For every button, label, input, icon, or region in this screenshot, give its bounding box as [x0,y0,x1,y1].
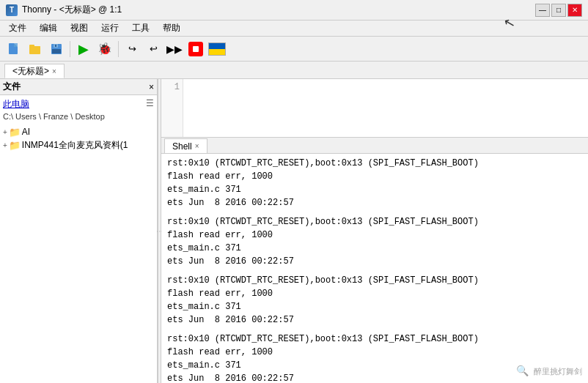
shell-line-2-0: rst:0x10 (RTCWDT_RTC_RESET),boot:0x13 (S… [167,274,582,287]
shell-line-1-0: rst:0x10 (RTCWDT_RTC_RESET),boot:0x13 (S… [167,215,582,228]
debug-button[interactable]: 🐞 [95,40,114,59]
shell-line-0-3: ets Jun 8 2016 00:22:57 [167,196,582,209]
step-into-button[interactable]: ↩ [144,40,163,59]
ukraine-flag-icon [208,42,226,56]
line-numbers: 1 [161,79,183,137]
shell-line-3-0: rst:0x10 (RTCWDT_RTC_RESET),boot:0x13 (S… [167,332,582,346]
editor-code[interactable] [183,79,588,137]
menu-bar: 文件 编辑 视图 运行 工具 帮助 [0,21,588,37]
menu-run[interactable]: 运行 [95,21,125,36]
shell-tab-bar: Shell × [161,138,588,154]
menu-help[interactable]: 帮助 [157,21,186,36]
shell-line-0-2: ets_main.c 371 [167,183,582,196]
ukraine-flag-button [207,40,227,59]
shell-group-1: rst:0x10 (RTCWDT_RTC_RESET),boot:0x13 (S… [167,215,582,268]
toolbar-separator-2 [118,41,119,57]
line-number-1: 1 [161,82,180,92]
shell-group-0: rst:0x10 (RTCWDT_RTC_RESET),boot:0x13 (S… [167,157,582,209]
close-button[interactable]: ✕ [567,4,582,17]
svg-rect-5 [29,46,40,53]
menu-edit[interactable]: 编辑 [34,21,63,36]
stop-button[interactable] [186,40,205,59]
shell-tab[interactable]: Shell × [164,138,207,153]
shell-area: Shell × rst:0x10 (RTCWDT_RTC_RESET),boot… [161,138,588,383]
shell-line-1-1: flash read err, 1000 [167,228,582,242]
shell-content[interactable]: rst:0x10 (RTCWDT_RTC_RESET),boot:0x13 (S… [161,154,588,383]
svg-rect-8 [52,49,61,53]
watermark: 🔍 醉里挑灯舞剑 [516,365,582,377]
shell-tab-label: Shell [172,141,192,152]
save-file-icon [50,42,63,56]
sidebar-content: 此电脑 C:\ Users \ Franze \ Desktop ☰ + 📁 A… [0,95,157,383]
folder-icon-ai: 📁 [9,126,21,138]
main-layout: 文件 × 此电脑 C:\ Users \ Franze \ Desktop ☰ … [0,79,588,383]
svg-rect-9 [55,45,56,47]
save-file-button[interactable] [47,40,66,59]
ukraine-flag-blue [209,43,225,49]
title-bar: T Thonny - <无标题> @ 1:1 ↖ — □ ✕ [0,0,588,21]
open-file-icon [29,42,42,56]
menu-tools[interactable]: 工具 [126,21,155,36]
shell-line-0-1: flash read err, 1000 [167,170,582,183]
sidebar-path: C:\ Users \ Franze \ Desktop [3,112,105,121]
sidebar-close-button[interactable]: × [149,82,154,92]
shell-line-2-2: ets_main.c 371 [167,300,582,313]
title-bar-text: Thonny - <无标题> @ 1:1 [22,4,535,16]
folder-icon-inmp441: 📁 [9,140,21,152]
sidebar-header: 文件 × [0,79,157,95]
shell-line-1-3: ets Jun 8 2016 00:22:57 [167,255,582,268]
minimize-button[interactable]: — [535,4,550,17]
sidebar-title: 文件 [3,81,21,93]
toolbar: ▶ 🐞 ↪ ↩ ▶▶ [0,37,588,62]
sidebar-menu-icon[interactable]: ☰ [146,98,154,108]
stop-icon-inner [193,46,199,52]
new-file-icon [7,42,21,56]
title-bar-controls: — □ ✕ [535,4,582,17]
shell-tab-close[interactable]: × [195,142,199,150]
shell-line-1-2: ets_main.c 371 [167,242,582,255]
step-over-button[interactable]: ↪ [122,40,142,59]
sidebar-item-inmp441-label: INMP441全向麦克风资料(1 [22,139,128,152]
expand-icon-ai: + [3,128,7,136]
menu-file[interactable]: 文件 [3,21,32,36]
toolbar-separator-1 [70,41,70,57]
sidebar-item-ai-label: AI [22,127,30,137]
sidebar-location[interactable]: 此电脑 [3,98,105,111]
editor-tab-untitled[interactable]: <无标题> × [4,64,65,78]
resume-button[interactable]: ▶▶ [165,40,184,59]
ukraine-flag-yellow [209,49,225,55]
editor-tab-close[interactable]: × [52,67,56,75]
run-button[interactable]: ▶ [74,40,93,59]
editor-tab-label: <无标题> [12,65,49,78]
expand-icon-inmp441: + [3,141,7,149]
app-icon: T [6,4,18,16]
shell-line-2-1: flash read err, 1000 [167,287,582,300]
shell-line-3-1: flash read err, 1000 [167,346,582,359]
sidebar-item-inmp441[interactable]: + 📁 INMP441全向麦克风资料(1 [3,138,154,152]
maximize-button[interactable]: □ [551,4,566,17]
menu-view[interactable]: 视图 [65,21,94,36]
right-panel: 1 Shell × rst:0x10 (RTCWDT_RTC_RESET),bo… [161,79,588,383]
editor-tab-bar: <无标题> × [0,62,588,79]
editor-area: 1 [161,79,588,138]
new-file-button[interactable] [4,40,23,59]
watermark-text: 醉里挑灯舞剑 [534,367,582,376]
watermark-icon: 🔍 [516,365,529,376]
open-file-button[interactable] [26,40,45,59]
sidebar-item-ai[interactable]: + 📁 AI [3,125,154,138]
sidebar: 文件 × 此电脑 C:\ Users \ Franze \ Desktop ☰ … [0,79,158,383]
shell-line-0-0: rst:0x10 (RTCWDT_RTC_RESET),boot:0x13 (S… [167,157,582,170]
shell-group-2: rst:0x10 (RTCWDT_RTC_RESET),boot:0x13 (S… [167,274,582,327]
shell-line-2-3: ets Jun 8 2016 00:22:57 [167,313,582,327]
